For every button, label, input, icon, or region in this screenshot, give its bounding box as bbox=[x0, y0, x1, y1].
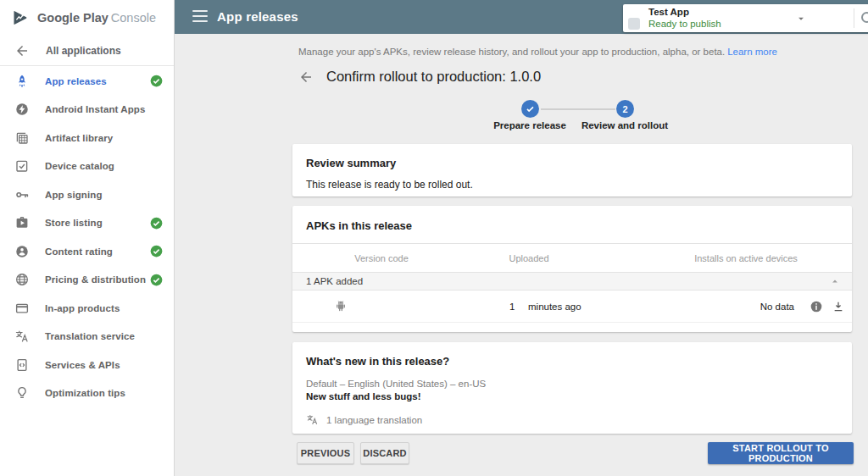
review-summary-card: Review summary This release is ready to … bbox=[292, 144, 852, 196]
topbar: App releases Test App Ready to publish bbox=[175, 0, 868, 34]
sidebar-item-label: Services & APIs bbox=[45, 360, 120, 370]
review-summary-text: This release is ready to be rolled out. bbox=[306, 179, 838, 191]
check-badge-icon bbox=[150, 217, 163, 230]
sidebar-item-in-app-products[interactable]: In-app products bbox=[0, 294, 174, 323]
sidebar-item-label: Pricing & distribution bbox=[45, 274, 146, 285]
step-2-label: Review and rollout bbox=[565, 120, 684, 130]
apk-group-row[interactable]: 1 APK added bbox=[292, 272, 852, 291]
sidebar-item-optimization-tips[interactable]: Optimization tips bbox=[0, 379, 174, 408]
page-header: Confirm rollout to production: 1.0.0 bbox=[298, 69, 541, 85]
brand-name: Google PlayConsole bbox=[37, 11, 156, 25]
sidebar-item-label: Translation service bbox=[45, 331, 135, 341]
release-notes-text: New stuff and less bugs! bbox=[306, 391, 838, 401]
page-title: Confirm rollout to production: 1.0.0 bbox=[326, 69, 541, 85]
back-arrow-icon bbox=[14, 43, 30, 58]
sidebar: Google PlayConsole All applications App … bbox=[0, 0, 175, 476]
translate-icon bbox=[14, 329, 30, 344]
sidebar-item-label: Content rating bbox=[45, 246, 113, 257]
step-2-current: 2 bbox=[616, 100, 634, 118]
apks-table-header: Version code Uploaded Installs on active… bbox=[292, 243, 852, 272]
whats-new-card: What's new in this release? Default – En… bbox=[292, 342, 852, 434]
sidebar-item-all-applications[interactable]: All applications bbox=[0, 36, 174, 66]
app-name: Test App bbox=[648, 7, 721, 19]
sidebar-item-pricing-distribution[interactable]: Pricing & distribution bbox=[0, 266, 174, 295]
app-status: Ready to publish bbox=[648, 19, 721, 30]
divider bbox=[854, 8, 854, 28]
sidebar-item-store-listing[interactable]: Store listing bbox=[0, 209, 174, 238]
brand-console: Console bbox=[111, 11, 156, 25]
key-icon bbox=[14, 187, 30, 202]
stepper-connector bbox=[541, 108, 615, 110]
sidebar-item-translation-service[interactable]: Translation service bbox=[0, 323, 174, 351]
description-text: Manage your app's APKs, review release h… bbox=[298, 47, 725, 57]
back-arrow-icon[interactable] bbox=[298, 69, 314, 85]
release-notes-locale: Default – English (United States) – en-U… bbox=[306, 379, 838, 389]
brand-google-play: Google Play bbox=[37, 11, 108, 25]
discard-button[interactable]: DISCARD bbox=[360, 442, 409, 464]
chevron-down-icon bbox=[795, 13, 807, 25]
topbar-title: App releases bbox=[217, 9, 298, 24]
menu-icon[interactable] bbox=[192, 10, 208, 22]
sidebar-item-content-rating[interactable]: Content rating bbox=[0, 237, 174, 266]
card-title: What's new in this release? bbox=[306, 355, 838, 368]
person-circle-icon bbox=[14, 244, 30, 259]
sidebar-item-app-signing[interactable]: App signing bbox=[0, 180, 174, 209]
apk-table-row: 1 minutes ago No data bbox=[292, 291, 852, 323]
android-icon bbox=[333, 299, 348, 314]
column-version-code: Version code bbox=[331, 253, 432, 263]
page-description: Manage your app's APKs, review release h… bbox=[298, 47, 777, 57]
apk-uploaded: minutes ago bbox=[528, 302, 581, 312]
card-icon bbox=[14, 301, 30, 316]
step-2-number: 2 bbox=[622, 104, 627, 114]
sidebar-item-label: Optimization tips bbox=[45, 388, 125, 398]
column-uploaded: Uploaded bbox=[478, 253, 580, 263]
sidebar-item-app-releases[interactable]: App releases bbox=[0, 67, 174, 96]
google-play-logo-icon bbox=[11, 8, 30, 27]
previous-button[interactable]: PREVIOUS bbox=[297, 442, 354, 464]
instant-apps-icon bbox=[14, 102, 30, 117]
app-selector-dropdown[interactable]: Test App Ready to publish bbox=[623, 4, 868, 32]
download-icon[interactable] bbox=[832, 300, 845, 313]
device-catalog-icon bbox=[14, 158, 30, 174]
brand-logo[interactable]: Google PlayConsole bbox=[0, 0, 174, 36]
start-rollout-button[interactable]: START ROLLOUT TO PRODUCTION bbox=[708, 442, 854, 464]
learn-more-link[interactable]: Learn more bbox=[727, 47, 777, 57]
lightbulb-icon bbox=[14, 385, 30, 401]
info-icon[interactable] bbox=[810, 300, 823, 313]
check-badge-icon bbox=[150, 274, 163, 286]
sidebar-item-label: Device catalog bbox=[45, 161, 114, 171]
sidebar-item-android-instant-apps[interactable]: Android Instant Apps bbox=[0, 96, 174, 125]
step-1-done-icon bbox=[521, 100, 539, 118]
sidebar-item-label: All applications bbox=[46, 45, 121, 57]
sidebar-item-label: In-app products bbox=[45, 303, 120, 313]
storefront-icon bbox=[14, 215, 30, 230]
collapse-caret-icon[interactable] bbox=[829, 275, 841, 287]
apk-version-code: 1 bbox=[509, 302, 515, 312]
card-title: Review summary bbox=[306, 157, 838, 169]
sidebar-item-label: Android Instant Apps bbox=[45, 104, 145, 114]
apk-installs: No data bbox=[733, 302, 794, 312]
main-content: Manage your app's APKs, review release h… bbox=[175, 34, 868, 476]
card-title: APKs in this release bbox=[292, 206, 852, 243]
artifact-library-icon bbox=[14, 130, 30, 146]
sidebar-item-services-apis[interactable]: Services & APIs bbox=[0, 351, 174, 379]
check-badge-icon bbox=[150, 75, 163, 87]
search-icon[interactable] bbox=[861, 12, 868, 23]
globe-icon bbox=[14, 272, 30, 287]
sidebar-nav: App releases Android Instant Apps Artifa… bbox=[0, 66, 174, 407]
sidebar-item-label: App releases bbox=[45, 76, 107, 86]
app-icon bbox=[628, 18, 640, 30]
translations-count: 1 language translation bbox=[326, 415, 422, 425]
sidebar-item-artifact-library[interactable]: Artifact library bbox=[0, 124, 174, 152]
rocket-icon bbox=[14, 74, 30, 89]
apks-card: APKs in this release Version code Upload… bbox=[292, 206, 852, 332]
translations-row: 1 language translation bbox=[306, 413, 838, 426]
app-selector-texts: Test App Ready to publish bbox=[648, 7, 721, 30]
sidebar-item-label: Artifact library bbox=[45, 133, 113, 143]
sidebar-item-label: App signing bbox=[45, 190, 103, 200]
check-badge-icon bbox=[150, 245, 163, 257]
column-installs: Installs on active devices bbox=[678, 253, 814, 263]
sidebar-item-label: Store listing bbox=[45, 218, 103, 228]
translate-icon bbox=[306, 413, 319, 426]
sidebar-item-device-catalog[interactable]: Device catalog bbox=[0, 152, 174, 181]
